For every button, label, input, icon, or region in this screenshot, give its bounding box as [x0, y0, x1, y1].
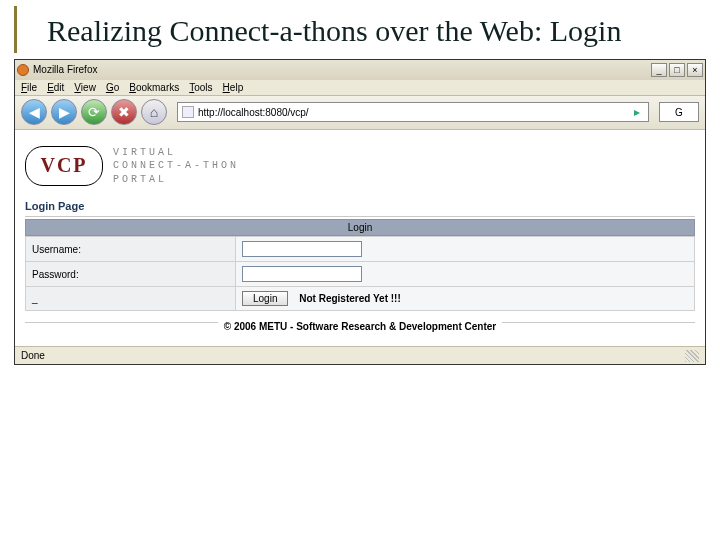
row-username: Username: [26, 237, 695, 262]
forward-button[interactable]: ▶ [51, 99, 77, 125]
home-button[interactable]: ⌂ [141, 99, 167, 125]
spacer-cell: _ [26, 287, 236, 311]
page-icon [182, 106, 194, 118]
menu-bar: File Edit View Go Bookmarks Tools Help [15, 80, 705, 96]
back-button[interactable]: ◀ [21, 99, 47, 125]
search-box[interactable]: G [659, 102, 699, 122]
not-registered-link[interactable]: Not Registered Yet !!! [299, 293, 401, 304]
logo-line3: PORTAL [113, 173, 239, 187]
login-button[interactable]: Login [242, 291, 288, 306]
menu-bookmarks[interactable]: Bookmarks [129, 82, 179, 93]
minimize-button[interactable]: _ [651, 63, 667, 77]
browser-window: Mozilla Firefox _ □ × File Edit View Go … [14, 59, 706, 366]
menu-tools[interactable]: Tools [189, 82, 212, 93]
footer: © 2006 METU - Software Research & Develo… [25, 311, 695, 334]
logo-text: VIRTUAL CONNECT-A-THON PORTAL [113, 146, 239, 187]
logo-line1: VIRTUAL [113, 146, 239, 160]
status-text: Done [21, 350, 45, 361]
menu-file[interactable]: File [21, 82, 37, 93]
reload-button[interactable]: ⟳ [81, 99, 107, 125]
username-label: Username: [26, 237, 236, 262]
vcp-badge: VCP [25, 146, 103, 186]
logo-line2: CONNECT-A-THON [113, 159, 239, 173]
site-logo: VCP VIRTUAL CONNECT-A-THON PORTAL [25, 146, 695, 187]
login-form: Username: Password: _ Login Not Register… [25, 236, 695, 311]
password-label: Password: [26, 262, 236, 287]
menu-help[interactable]: Help [223, 82, 244, 93]
maximize-button[interactable]: □ [669, 63, 685, 77]
url-bar[interactable]: ▸ [177, 102, 649, 122]
window-controls: _ □ × [651, 63, 703, 77]
close-button[interactable]: × [687, 63, 703, 77]
menu-go[interactable]: Go [106, 82, 119, 93]
url-input[interactable] [198, 107, 630, 118]
status-bar: Done [15, 346, 705, 364]
slide-title: Realizing Connect-a-thons over the Web: … [14, 6, 720, 53]
row-submit: _ Login Not Registered Yet !!! [26, 287, 695, 311]
username-input[interactable] [242, 241, 362, 257]
nav-toolbar: ◀ ▶ ⟳ ✖ ⌂ ▸ G [15, 96, 705, 130]
menu-edit[interactable]: Edit [47, 82, 64, 93]
divider [25, 216, 695, 217]
footer-text: © 2006 METU - Software Research & Develo… [224, 321, 496, 332]
go-button[interactable]: ▸ [630, 105, 644, 119]
firefox-icon [17, 64, 29, 76]
password-input[interactable] [242, 266, 362, 282]
menu-view[interactable]: View [74, 82, 96, 93]
window-titlebar: Mozilla Firefox _ □ × [15, 60, 705, 80]
stop-button[interactable]: ✖ [111, 99, 137, 125]
window-title: Mozilla Firefox [33, 64, 97, 75]
row-password: Password: [26, 262, 695, 287]
page-content: VCP VIRTUAL CONNECT-A-THON PORTAL Login … [15, 130, 705, 347]
page-header: Login Page [25, 200, 695, 212]
resize-grip-icon[interactable] [685, 350, 699, 362]
login-section-header: Login [25, 219, 695, 236]
